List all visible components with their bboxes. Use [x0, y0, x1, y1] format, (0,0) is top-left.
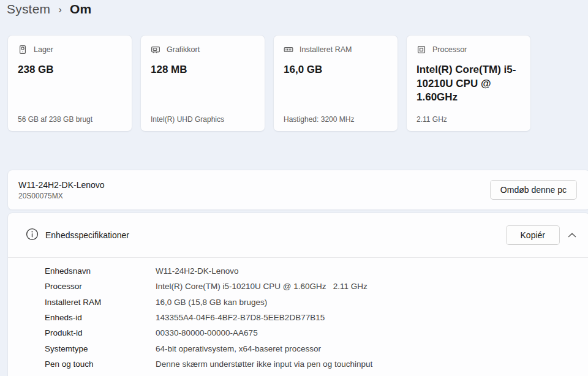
- storage-card-title: Lager: [34, 45, 53, 54]
- storage-card: Lager 238 GB 56 GB af 238 GB brugt: [7, 35, 132, 132]
- spec-label: Systemtype: [45, 344, 156, 353]
- graphics-card-value: 128 MB: [151, 63, 255, 77]
- processor-card-value: Intel(R) Core(TM) i5-10210U CPU @ 1.60GH…: [417, 63, 521, 105]
- spec-label: Processor: [45, 282, 156, 291]
- breadcrumb: System › Om: [7, 2, 91, 17]
- breadcrumb-chevron-icon: ›: [58, 3, 62, 16]
- graphics-card: Grafikkort 128 MB Intel(R) UHD Graphics: [140, 35, 265, 132]
- spec-value: 143355A4-04F6-4BF2-B7D8-5EEB2DB77B15: [156, 313, 325, 322]
- processor-card: Processor Intel(R) Core(TM) i5-10210U CP…: [406, 35, 531, 132]
- page-title: Om: [70, 2, 91, 17]
- device-specs-table: Enhedsnavn W11-24H2-DK-Lenovo Processor …: [8, 258, 588, 372]
- spec-row-processor: Processor Intel(R) Core(TM) i5-10210U CP…: [45, 279, 588, 294]
- spec-label: Enhedsnavn: [45, 266, 156, 276]
- chevron-up-icon[interactable]: [563, 226, 581, 244]
- device-model: 20S00075MX: [18, 191, 105, 201]
- graphics-card-title: Grafikkort: [167, 45, 200, 54]
- device-specs-section: Enhedsspecifikationer Kopiér Enhedsnavn …: [7, 212, 588, 376]
- device-name-bar: W11-24H2-DK-Lenovo 20S00075MX Omdøb denn…: [7, 170, 588, 210]
- device-specs-title: Enhedsspecifikationer: [45, 230, 129, 240]
- storage-card-value: 238 GB: [18, 63, 122, 77]
- ram-icon: [284, 45, 293, 55]
- spec-value: Intel(R) Core(TM) i5-10210U CPU @ 1.60GH…: [156, 282, 368, 291]
- device-specs-expander-header[interactable]: Enhedsspecifikationer Kopiér: [8, 213, 588, 257]
- ram-card-value: 16,0 GB: [284, 63, 388, 77]
- spec-row-pen-touch: Pen og touch Denne skærm understøtter ik…: [45, 356, 588, 372]
- spec-row-device-name: Enhedsnavn W11-24H2-DK-Lenovo: [45, 263, 588, 279]
- ram-card: Installeret RAM 16,0 GB Hastighed: 3200 …: [273, 35, 398, 132]
- copy-button[interactable]: Kopiér: [506, 225, 560, 245]
- spec-row-system-type: Systemtype 64-bit operativsystem, x64-ba…: [45, 340, 588, 356]
- device-name: W11-24H2-DK-Lenovo: [18, 179, 105, 191]
- spec-label: Installeret RAM: [45, 298, 156, 307]
- ram-card-footer: Hastighed: 3200 MHz: [284, 115, 390, 124]
- spec-label: Enheds-id: [45, 313, 156, 322]
- ram-card-title: Installeret RAM: [300, 45, 352, 54]
- spec-label: Produkt-id: [45, 328, 156, 337]
- device-name-block: W11-24H2-DK-Lenovo 20S00075MX: [18, 179, 105, 201]
- breadcrumb-system[interactable]: System: [7, 2, 50, 17]
- spec-value: 16,0 GB (15,8 GB kan bruges): [156, 298, 267, 307]
- gpu-icon: [151, 45, 160, 55]
- processor-card-footer: 2.11 GHz: [417, 115, 523, 124]
- processor-card-title: Processor: [432, 45, 467, 54]
- spec-value: W11-24H2-DK-Lenovo: [156, 266, 239, 276]
- spec-label: Pen og touch: [45, 359, 156, 369]
- spec-row-device-id: Enheds-id 143355A4-04F6-4BF2-B7D8-5EEB2D…: [45, 310, 588, 325]
- cpu-icon: [417, 45, 426, 55]
- spec-value: 00330-80000-00000-AA675: [156, 328, 258, 337]
- info-icon: [26, 228, 39, 243]
- spec-row-installed-ram: Installeret RAM 16,0 GB (15,8 GB kan bru…: [45, 295, 588, 310]
- storage-icon: [18, 45, 28, 55]
- storage-card-footer: 56 GB af 238 GB brugt: [18, 115, 124, 124]
- spec-value: Denne skærm understøtter ikke input via …: [156, 359, 372, 369]
- rename-pc-button[interactable]: Omdøb denne pc: [490, 180, 577, 200]
- spec-row-product-id: Produkt-id 00330-80000-00000-AA675: [45, 325, 588, 340]
- spec-value: 64-bit operativsystem, x64-baseret proce…: [156, 344, 321, 353]
- graphics-card-footer: Intel(R) UHD Graphics: [151, 115, 257, 124]
- summary-cards: Lager 238 GB 56 GB af 238 GB brugt Grafi…: [7, 35, 531, 132]
